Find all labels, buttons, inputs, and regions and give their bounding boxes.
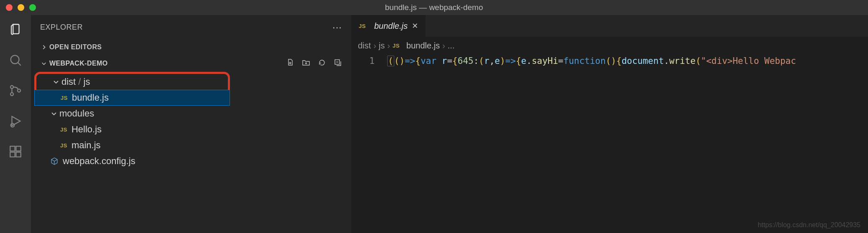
breadcrumb-separator: › <box>387 41 390 51</box>
folder-dist-js[interactable]: dist / js <box>36 74 228 90</box>
workspace-actions <box>286 58 351 68</box>
svg-point-2 <box>10 93 13 96</box>
explorer-more-icon[interactable]: ··· <box>332 21 342 33</box>
breadcrumb-separator: › <box>373 41 376 51</box>
collapse-all-icon[interactable] <box>334 58 342 68</box>
run-debug-activity-icon[interactable] <box>8 114 23 130</box>
explorer-activity-icon[interactable] <box>8 23 23 39</box>
refresh-icon[interactable] <box>318 58 326 68</box>
tab-bundle-js[interactable]: JS bundle.js ✕ <box>351 15 426 37</box>
code-content[interactable]: (()=>{var r={645:(r,e)=>{e.sayHi=functio… <box>387 54 868 233</box>
config-file-icon <box>50 157 59 165</box>
svg-point-1 <box>10 86 13 89</box>
file-webpack-config[interactable]: webpack.config.js <box>31 153 351 169</box>
svg-rect-6 <box>10 152 15 157</box>
window-controls <box>6 4 36 11</box>
js-file-icon: JS <box>61 95 68 101</box>
chevron-down-icon <box>50 110 58 117</box>
search-activity-icon[interactable] <box>8 53 23 69</box>
breadcrumb-segment[interactable]: ... <box>448 41 455 51</box>
workspace-label: WEBPACK-DEMO <box>49 60 108 67</box>
explorer-header: EXPLORER ··· <box>31 15 351 39</box>
svg-point-3 <box>18 89 20 92</box>
open-editors-section[interactable]: OPEN EDITORS <box>31 39 351 55</box>
folder-modules[interactable]: modules <box>31 106 351 122</box>
svg-rect-5 <box>10 146 15 151</box>
watermark-text: https://blog.csdn.net/qq_20042935 <box>758 221 860 229</box>
file-bundle-js[interactable]: JS bundle.js <box>34 90 230 106</box>
js-file-icon: JS <box>60 142 67 149</box>
tab-label: bundle.js <box>374 21 408 31</box>
window-title: bundle.js — webpack-demo <box>385 3 483 12</box>
breadcrumb-segment[interactable]: dist <box>358 41 371 51</box>
chevron-down-icon <box>40 61 48 66</box>
js-file-icon: JS <box>60 127 67 133</box>
source-control-activity-icon[interactable] <box>8 84 23 100</box>
editor-area: JS bundle.js ✕ dist › js › JS bundle.js … <box>351 15 868 233</box>
new-folder-icon[interactable] <box>302 58 310 68</box>
js-file-icon: JS <box>393 43 400 49</box>
line-number: 1 <box>351 56 375 66</box>
code-editor[interactable]: 1 (()=>{var r={645:(r,e)=>{e.sayHi=funct… <box>351 54 868 233</box>
breadcrumb-segment[interactable]: bundle.js <box>406 41 440 51</box>
line-number-gutter: 1 <box>351 54 387 233</box>
close-window-button[interactable] <box>6 4 13 11</box>
file-main-js[interactable]: JS main.js <box>31 137 351 153</box>
activity-bar <box>0 15 31 233</box>
explorer-title: EXPLORER <box>40 23 83 32</box>
svg-point-0 <box>11 56 19 64</box>
file-label: main.js <box>71 140 101 151</box>
file-hello-js[interactable]: JS Hello.js <box>31 122 351 137</box>
titlebar: bundle.js — webpack-demo <box>0 0 868 15</box>
chevron-down-icon <box>52 79 60 85</box>
svg-rect-7 <box>16 152 20 157</box>
new-file-icon[interactable] <box>286 58 294 68</box>
svg-rect-8 <box>16 146 20 151</box>
file-label: webpack.config.js <box>63 156 135 167</box>
js-file-icon: JS <box>359 23 366 29</box>
workspace-section[interactable]: WEBPACK-DEMO <box>31 55 351 72</box>
annotation-highlight: dist / js JS bundle.js <box>34 72 230 106</box>
editor-tabs: JS bundle.js ✕ <box>351 15 868 37</box>
open-editors-label: OPEN EDITORS <box>49 43 102 51</box>
folder-label: modules <box>59 108 94 119</box>
file-label: Hello.js <box>71 124 102 135</box>
extensions-activity-icon[interactable] <box>8 144 23 161</box>
chevron-right-icon <box>40 44 48 50</box>
breadcrumb-separator: › <box>442 41 445 51</box>
folder-label: dist / js <box>61 76 90 87</box>
explorer-sidebar: EXPLORER ··· OPEN EDITORS WEBPACK-DEMO <box>31 15 351 233</box>
breadcrumb[interactable]: dist › js › JS bundle.js › ... <box>351 37 868 54</box>
file-label: bundle.js <box>72 92 109 103</box>
breadcrumb-segment[interactable]: js <box>379 41 385 51</box>
close-tab-icon[interactable]: ✕ <box>412 21 418 30</box>
minimize-window-button[interactable] <box>18 4 24 11</box>
zoom-window-button[interactable] <box>29 4 36 11</box>
